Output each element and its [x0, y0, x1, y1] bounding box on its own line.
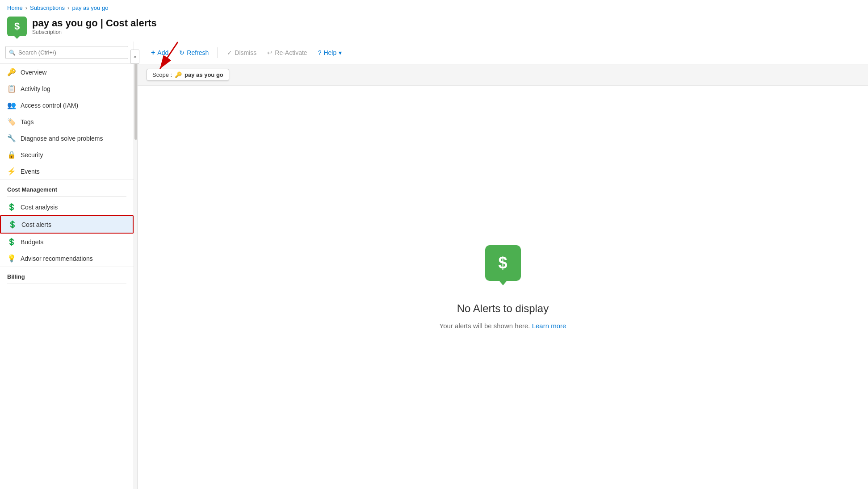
sidebar-item-label: Budgets [21, 238, 43, 246]
sidebar-item-events[interactable]: ⚡ Events [0, 163, 134, 180]
empty-state: $ No Alerts to display Your alerts will … [138, 86, 868, 489]
breadcrumb-sep2: › [67, 4, 69, 11]
sidebar: 🔑 Overview 📋 Activity log 👥 Access contr… [0, 42, 134, 489]
overview-icon: 🔑 [7, 68, 16, 76]
sidebar-item-label: Activity log [21, 85, 50, 92]
sidebar-item-activity-log[interactable]: 📋 Activity log [0, 80, 134, 97]
help-chevron-icon: ▾ [339, 49, 342, 56]
cost-alerts-icon: 💲 [8, 220, 17, 229]
breadcrumb: Home › Subscriptions › pay as you go [0, 0, 868, 13]
sidebar-item-label: Cost analysis [21, 204, 58, 211]
activity-log-icon: 📋 [7, 84, 16, 93]
sidebar-item-cost-analysis[interactable]: 💲 Cost analysis [0, 199, 134, 215]
tags-icon: 🏷️ [7, 117, 16, 126]
sidebar-item-security[interactable]: 🔒 Security [0, 146, 134, 163]
access-control-icon: 👥 [7, 101, 16, 109]
sidebar-item-label: Cost alerts [21, 221, 51, 228]
sidebar-item-label: Tags [21, 118, 34, 125]
sidebar-item-advisor[interactable]: 💡 Advisor recommendations [0, 250, 134, 267]
empty-state-icon: $ [485, 245, 521, 281]
sidebar-item-label: Diagnose and solve problems [21, 135, 103, 142]
dismiss-button[interactable]: ✓ Dismiss [222, 46, 261, 59]
search-input[interactable] [5, 46, 128, 59]
sidebar-item-cost-alerts[interactable]: 💲 Cost alerts [0, 215, 134, 234]
collapse-button[interactable]: « [130, 50, 139, 64]
empty-subtitle-text: Your alerts will be shown here. [440, 322, 530, 330]
page-subtitle: Subscription [32, 29, 157, 35]
events-icon: ⚡ [7, 167, 16, 176]
main-layout: 🔑 Overview 📋 Activity log 👥 Access contr… [0, 42, 868, 489]
budgets-icon: 💲 [7, 238, 16, 246]
cost-analysis-icon: 💲 [7, 203, 16, 211]
billing-header: Billing [0, 267, 134, 282]
learn-more-link[interactable]: Learn more [532, 322, 566, 330]
cost-management-divider [7, 196, 126, 197]
breadcrumb-sep1: › [25, 4, 27, 11]
sidebar-item-tags[interactable]: 🏷️ Tags [0, 113, 134, 130]
header-text: pay as you go | Cost alerts Subscription [32, 17, 157, 35]
advisor-icon: 💡 [7, 254, 16, 263]
sidebar-item-overview[interactable]: 🔑 Overview [0, 64, 134, 80]
scope-bar-container: Scope : 🔑 pay as you go [138, 64, 868, 86]
red-arrow-annotation [151, 42, 187, 73]
search-box [0, 42, 134, 64]
sidebar-item-budgets[interactable]: 💲 Budgets [0, 234, 134, 250]
empty-subtitle: Your alerts will be shown here. Learn mo… [440, 322, 566, 330]
reactivate-button[interactable]: ↩ Re-Activate [263, 46, 311, 59]
breadcrumb-subscriptions[interactable]: Subscriptions [30, 4, 65, 11]
cost-management-header: Cost Management [0, 180, 134, 195]
dismiss-icon: ✓ [227, 49, 232, 56]
breadcrumb-home[interactable]: Home [7, 4, 23, 11]
toolbar-separator [218, 47, 218, 58]
sidebar-item-label: Events [21, 168, 40, 175]
scope-bar: Scope : 🔑 pay as you go [138, 64, 868, 86]
help-button[interactable]: ? Help ▾ [314, 46, 347, 59]
sidebar-item-diagnose[interactable]: 🔧 Diagnose and solve problems [0, 130, 134, 146]
sidebar-item-label: Access control (IAM) [21, 102, 78, 109]
content-area: + Add ↻ Refresh ✓ Dismiss ↩ Re-Activate … [138, 42, 868, 489]
diagnose-icon: 🔧 [7, 134, 16, 142]
billing-divider [7, 284, 126, 284]
scope-value: pay as you go [185, 71, 223, 78]
sidebar-outer: 🔑 Overview 📋 Activity log 👥 Access contr… [0, 42, 138, 489]
page-header: $ pay as you go | Cost alerts Subscripti… [0, 13, 868, 42]
subscription-icon: $ [7, 17, 27, 36]
sidebar-item-label: Overview [21, 69, 46, 76]
page-title: pay as you go | Cost alerts [32, 17, 157, 29]
sidebar-item-access-control[interactable]: 👥 Access control (IAM) [0, 97, 134, 113]
sidebar-item-label: Advisor recommendations [21, 255, 93, 262]
empty-title: No Alerts to display [457, 302, 549, 315]
security-icon: 🔒 [7, 150, 16, 159]
toolbar: + Add ↻ Refresh ✓ Dismiss ↩ Re-Activate … [138, 42, 868, 64]
breadcrumb-current[interactable]: pay as you go [72, 4, 108, 11]
dollar-icon: $ [498, 254, 507, 272]
help-icon: ? [318, 49, 322, 56]
search-wrapper [5, 46, 128, 59]
reactivate-icon: ↩ [267, 49, 273, 56]
sidebar-nav: 🔑 Overview 📋 Activity log 👥 Access contr… [0, 64, 134, 489]
sidebar-item-label: Security [21, 151, 43, 159]
